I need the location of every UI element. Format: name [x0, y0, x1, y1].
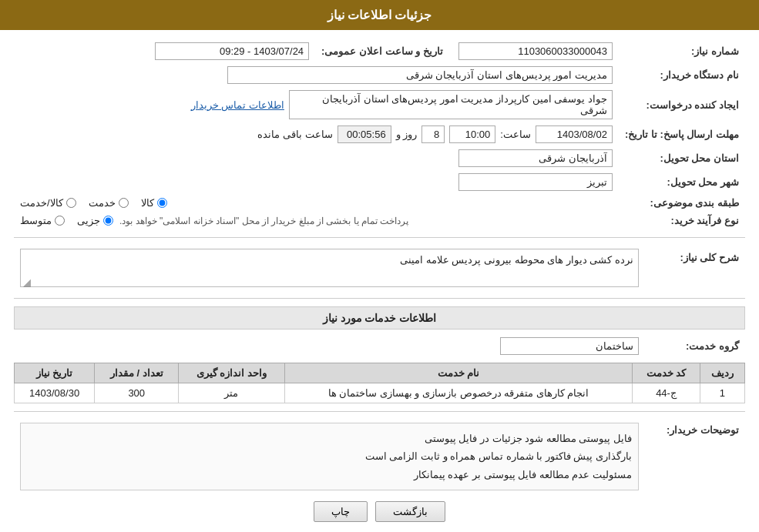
- table-row: 1 ج-44 انجام کارهای متفرقه درخصوص بازساز…: [15, 383, 745, 403]
- mohlat-baghimande-label: ساعت باقی مانده: [257, 129, 332, 140]
- cell-vahed: متر: [179, 383, 284, 403]
- tosihaat-text: فایل پیوستی مطالعه شود جزئیات در فایل پی…: [20, 423, 639, 490]
- nooe-farayand-text: پرداخت تمام یا بخشی از مبلغ خریدار از مح…: [119, 216, 408, 226]
- radio-kala-khedmat-input[interactable]: [66, 198, 76, 208]
- radio-kala-label: کالا: [141, 197, 154, 209]
- bazgasht-button[interactable]: بازگشت: [375, 501, 445, 522]
- textarea-resize-handle[interactable]: ◢: [22, 276, 31, 286]
- mohlat-saat: 10:00: [449, 125, 495, 143]
- khadamat-section-title: اطلاعات خدمات مورد نیاز: [14, 306, 745, 330]
- col-tarikh: تاریخ نیاز: [15, 363, 95, 383]
- cell-name: انجام کارهای متفرقه درخصوص بازسازی و بهس…: [284, 383, 633, 403]
- radio-jozi-input[interactable]: [103, 216, 113, 226]
- page-header: جزئیات اطلاعات نیاز: [0, 0, 759, 30]
- radio-motevaset[interactable]: متوسط: [20, 215, 65, 226]
- mohlat-saat-label: ساعت:: [500, 129, 531, 140]
- shahr-label: شهر محل تحویل:: [619, 170, 745, 194]
- radio-khedmat-label: خدمت: [89, 197, 116, 209]
- tosihaat-label: توضیحات خریدار:: [645, 420, 745, 494]
- mohlat-label: مهلت ارسال پاسخ: تا تاریخ:: [619, 122, 745, 146]
- mohlat-date: 1403/08/02: [536, 125, 613, 143]
- sharh-value: نرده کشی دیوار های محوطه بیرونی پردیس عل…: [20, 249, 639, 287]
- cell-tarikh: 1403/08/30: [15, 383, 95, 403]
- radio-jozi[interactable]: جزیی: [77, 215, 113, 226]
- divider-2: [14, 298, 745, 299]
- cell-tedad: 300: [95, 383, 179, 403]
- ijad-konande-label: ایجاد کننده درخواست:: [619, 87, 745, 122]
- tarikh-saat-label: تاریخ و ساعت اعلان عمومی:: [315, 39, 449, 63]
- col-tedad: تعداد / مقدار: [95, 363, 179, 383]
- gorooh-label: گروه خدمت:: [645, 334, 745, 358]
- sharh-label: شرح کلی نیاز:: [645, 246, 745, 290]
- button-row: بازگشت چاپ: [14, 501, 745, 522]
- cell-kod: ج-44: [633, 383, 700, 403]
- radio-khedmat-input[interactable]: [119, 198, 129, 208]
- tabaqe-label: طبقه بندی موضوعی:: [619, 194, 745, 212]
- shomara-niaz-label: شماره نیاز:: [619, 39, 745, 63]
- services-table: ردیف کد خدمت نام خدمت واحد اندازه گیری ت…: [14, 363, 745, 403]
- chap-button[interactable]: چاپ: [314, 501, 368, 522]
- col-kod: کد خدمت: [633, 363, 700, 383]
- ostan-label: استان محل تحویل:: [619, 146, 745, 170]
- nam-dastgah-label: نام دستگاه خریدار:: [619, 63, 745, 87]
- nooe-farayand-label: نوع فرآیند خرید:: [619, 212, 745, 229]
- ostan-value: آذربایجان شرقی: [458, 149, 613, 167]
- shahr-value: تبریز: [458, 173, 613, 191]
- mohlat-rooz-label: روز و: [396, 129, 418, 140]
- radio-motevaset-label: متوسط: [20, 215, 52, 226]
- divider-1: [14, 237, 745, 238]
- ijad-konande-link[interactable]: اطلاعات تماس خریدار: [191, 99, 284, 111]
- col-vahed: واحد اندازه گیری: [179, 363, 284, 383]
- col-radif: ردیف: [700, 363, 744, 383]
- gorooh-value: ساختمان: [500, 337, 639, 355]
- radio-motevaset-input[interactable]: [55, 216, 65, 226]
- divider-3: [14, 411, 745, 412]
- radio-kala-input[interactable]: [157, 198, 167, 208]
- radio-kala-khedmat[interactable]: کالا/خدمت: [20, 197, 76, 209]
- col-name: نام خدمت: [284, 363, 633, 383]
- nam-dastgah-value: مدیریت امور پردیس‌های استان آذربایجان شر…: [227, 66, 613, 84]
- radio-khedmat[interactable]: خدمت: [89, 197, 129, 209]
- shomara-niaz-value: 1103060033000043: [458, 42, 613, 60]
- mohlat-countdown: 00:05:56: [338, 125, 391, 143]
- ijad-konande-value: جواد یوسفی امین کارپرداز مدیریت امور پرد…: [289, 90, 613, 119]
- radio-kala-khedmat-label: کالا/خدمت: [20, 197, 63, 209]
- radio-jozi-label: جزیی: [77, 215, 100, 226]
- tarikh-saat-value: 1403/07/24 - 09:29: [155, 42, 309, 60]
- radio-kala[interactable]: کالا: [141, 197, 167, 209]
- mohlat-rooz: 8: [421, 125, 445, 143]
- cell-radif: 1: [700, 383, 744, 403]
